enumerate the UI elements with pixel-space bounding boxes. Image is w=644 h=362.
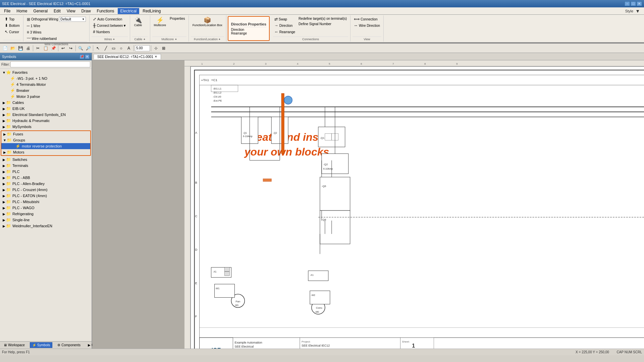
nav-buttons: ⬆Top ⬇Bottom ↖Cursor xyxy=(3,16,21,35)
tree-groups[interactable]: ▼ 📁 Groups xyxy=(1,137,90,143)
menu-file[interactable]: File xyxy=(1,8,13,14)
open-btn[interactable]: 📂 xyxy=(9,45,16,52)
menu-draw[interactable]: Draw xyxy=(79,8,94,14)
symbols-pin-btn[interactable]: 📌 xyxy=(79,54,84,59)
rect-btn[interactable]: ▭ xyxy=(110,45,117,52)
tab-symbols[interactable]: ⚡Symbols xyxy=(30,342,52,348)
svg-text:D: D xyxy=(195,248,198,251)
tree-favorites[interactable]: ▼ ⭐ Favorites xyxy=(1,69,91,75)
menu-redlining[interactable]: RedLining xyxy=(140,8,163,14)
circle-btn[interactable]: ○ xyxy=(117,45,125,52)
orthogonal-wiring-btn[interactable]: ⊞ Orthogonal Wiring Default▼ xyxy=(25,16,88,22)
svg-text:-Ctl.U0: -Ctl.U0 xyxy=(213,95,221,98)
tree-motors[interactable]: ▶ 📁 Motors xyxy=(1,149,90,155)
view-label: View xyxy=(353,37,381,41)
svg-rect-67 xyxy=(224,272,229,276)
connect-between-btn[interactable]: ╫Connect between▼ xyxy=(92,22,127,28)
canvas-tab-main[interactable]: SEE Electrical IEC12: =TA1+C1-0001 ✕ xyxy=(94,54,161,59)
cut-btn[interactable]: ✂ xyxy=(34,45,42,52)
symbols-close-btn[interactable]: ✕ xyxy=(85,54,90,59)
copy-btn[interactable]: 📋 xyxy=(42,45,49,52)
zoom-input[interactable] xyxy=(135,45,150,51)
tree-plc-mitsubishi[interactable]: ▶ 📁 PLC - Mitsubishi xyxy=(1,199,91,205)
tree-fuses[interactable]: ▶ 📁 Fuses xyxy=(1,131,90,137)
wiring-dropdown[interactable]: Default▼ xyxy=(59,17,86,22)
menu-general[interactable]: General xyxy=(31,8,50,14)
grid-btn[interactable]: ⊞ xyxy=(160,45,167,52)
canvas-main[interactable]: 1 2 3 4 5 6 7 8 9 Create and insert your… xyxy=(92,60,644,349)
direction-btn[interactable]: →Direction xyxy=(273,22,297,28)
redo-btn[interactable]: ↪ xyxy=(67,45,74,52)
bottom-button[interactable]: ⬇Bottom xyxy=(3,22,21,28)
tree-plc-eaton[interactable]: ▶ 📁 PLC - EATON (4mm) xyxy=(1,193,91,199)
filter-label: Filter: xyxy=(1,63,10,66)
filter-input[interactable] xyxy=(10,61,90,67)
tab-components[interactable]: ⚙Components xyxy=(55,342,83,348)
zoom-out-btn[interactable]: 🔎 xyxy=(85,45,92,52)
wires-label: Wires ✦ xyxy=(92,37,127,41)
tree-plc-wago[interactable]: ▶ 📁 PLC - WAGO xyxy=(1,205,91,211)
menu-view[interactable]: View xyxy=(64,8,78,14)
1-wire-btn[interactable]: ─1 Wire xyxy=(25,23,88,29)
tree-item-w1[interactable]: ⚡ -W1- 3 pol. + 1 NO xyxy=(1,75,91,81)
menu-functions[interactable]: Functions xyxy=(94,8,117,14)
top-button[interactable]: ⬆Top xyxy=(3,16,21,22)
undo-btn[interactable]: ↩ xyxy=(59,45,67,52)
tree-eib-uk[interactable]: ▶ 📁 EIB-UK xyxy=(1,106,91,112)
save-btn[interactable]: 💾 xyxy=(17,45,24,52)
connection-btn[interactable]: ⟺Connection xyxy=(353,16,381,22)
wire-rubberband-btn[interactable]: 〰Wire rubberband xyxy=(25,36,88,42)
maximize-button[interactable]: □ xyxy=(631,1,636,6)
line-btn[interactable]: ╱ xyxy=(102,45,109,52)
close-button[interactable]: ✕ xyxy=(637,1,642,6)
tree-motor-reverse[interactable]: ⚡ motor reverse protection xyxy=(1,143,90,149)
rearrange-btn[interactable]: ↔Rearrange xyxy=(273,29,297,35)
minimize-button[interactable]: − xyxy=(625,1,630,6)
tree-weidmuller[interactable]: ▶ 📁 Weidmuller_InterfaceEN xyxy=(1,223,91,229)
symbols-tabs: 🖥Workspace ⚡Symbols ⚙Components ▶Command… xyxy=(0,341,92,349)
toolbar-sep-3 xyxy=(75,45,76,51)
multicore-btn[interactable]: ⚡ Multicore xyxy=(152,16,168,28)
drawing-area[interactable]: Create and insert your own blocks IGE +X… xyxy=(191,66,644,349)
tree-hydraulic[interactable]: ▶ 📁 Hydraulic & Pneumatic xyxy=(1,118,91,124)
tree-terminals[interactable]: ▶ 📁 Terminals xyxy=(1,163,91,169)
menu-electrical[interactable]: Electrical xyxy=(118,8,140,14)
toolbar-sep-5 xyxy=(133,45,134,51)
tree-plc[interactable]: ▶ 📁 PLC xyxy=(1,169,91,175)
tree-refrigerating[interactable]: ▶ 📁 Refrigerating xyxy=(1,211,91,217)
snap-btn[interactable]: ⊹ xyxy=(152,45,160,52)
numbers-btn[interactable]: #Numbers xyxy=(92,29,127,35)
tree-plc-crouzet[interactable]: ▶ 📁 PLC - Crouzet (4mm) xyxy=(1,187,91,193)
tree-plc-abb[interactable]: ▶ 📁 PLC - ABB xyxy=(1,175,91,181)
function-location-box-btn[interactable]: 📦 Function/Location Box xyxy=(191,16,224,28)
tree-single-line[interactable]: ▶ 📁 Single-line xyxy=(1,217,91,223)
text-btn[interactable]: A xyxy=(125,45,132,52)
zoom-in-btn[interactable]: 🔍 xyxy=(77,45,84,52)
new-btn[interactable]: 📄 xyxy=(1,45,9,52)
tree-item-motor3[interactable]: ⚡ Motor 3 pahse xyxy=(1,94,91,100)
redefine-target-btn[interactable]: Redefine target(s) on terminal(s) xyxy=(297,16,348,21)
swap-btn[interactable]: ⇄Swap xyxy=(273,16,297,22)
tree-mysymbols[interactable]: ▶ 📁 MySymbols xyxy=(1,124,91,130)
wire-direction-btn[interactable]: ↔Wire Direction xyxy=(353,22,381,28)
tree-item-breaker[interactable]: ⚡ Breaker xyxy=(1,87,91,94)
paste-btn[interactable]: 📌 xyxy=(50,45,57,52)
tree-switches[interactable]: ▶ 📁 Switches xyxy=(1,157,91,163)
menu-home[interactable]: Home xyxy=(14,8,30,14)
tree-plc-ab[interactable]: ▶ 📁 PLC - Allen-Bradley xyxy=(1,181,91,187)
cable-btn[interactable]: 🔌 Cable xyxy=(132,16,144,28)
3-wires-btn[interactable]: ≡3 Wires xyxy=(25,29,88,35)
tree-electrical-standard[interactable]: ▶ 📁 Electrical Standard Symbols_EN xyxy=(1,112,91,118)
canvas-tab-close-btn[interactable]: ✕ xyxy=(155,55,157,58)
auto-connection-btn[interactable]: ⤢Auto Connection xyxy=(92,16,127,22)
menu-edit[interactable]: Edit xyxy=(51,8,63,14)
tab-workspace[interactable]: 🖥Workspace xyxy=(1,342,27,348)
select-btn[interactable]: ↖ xyxy=(94,45,102,52)
properties-btn[interactable]: Properties xyxy=(168,16,186,21)
cursor-button[interactable]: ↖Cursor xyxy=(3,29,21,35)
print-btn[interactable]: 🖨 xyxy=(24,45,32,52)
main: Symbols 📌 ✕ Filter: ▼ ⭐ Favorites ⚡ -W1-… xyxy=(0,53,644,349)
tree-item-4terminals[interactable]: ⚡ 4 Terminals-Motor xyxy=(1,81,91,87)
define-signal-btn[interactable]: Define Signal Number xyxy=(297,21,348,26)
tree-cables[interactable]: ▶ 📁 Cables xyxy=(1,100,91,106)
